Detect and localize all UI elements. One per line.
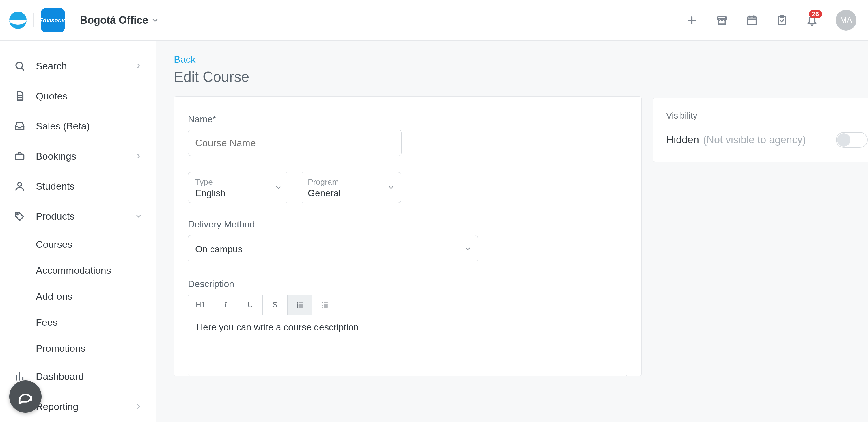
topbar-left: Edvisor.io Bogotá Office	[9, 8, 159, 32]
inbox-icon	[13, 120, 26, 132]
calendar-icon[interactable]	[746, 14, 758, 27]
sidebar-sub-label: Accommodations	[36, 265, 111, 276]
chevron-down-icon	[275, 184, 282, 191]
app-logo[interactable]	[9, 11, 27, 29]
svg-line-9	[22, 68, 24, 70]
delivery-label: Delivery Method	[188, 219, 627, 230]
svg-rect-2	[748, 17, 756, 25]
briefcase-icon	[13, 150, 26, 163]
bell-icon[interactable]: 26	[806, 14, 818, 27]
editor-strike-button[interactable]: S	[263, 295, 288, 315]
editor-italic-button[interactable]: I	[213, 295, 238, 315]
sidebar-sub-promotions[interactable]: Promotions	[0, 335, 156, 361]
bullet-list-icon	[296, 301, 304, 309]
description-editor: H1 I U S 123 Here you can write a course	[188, 294, 627, 376]
sidebar-sub-label: Add-ons	[36, 291, 72, 302]
sidebar-sub-courses[interactable]: Courses	[0, 231, 156, 257]
type-select[interactable]: Type English	[188, 172, 288, 203]
sidebar-sub-label: Courses	[36, 239, 72, 250]
sidebar-item-label: Bookings	[36, 150, 76, 162]
sidebar-item-label: Reporting	[36, 401, 78, 412]
svg-rect-12	[16, 154, 24, 160]
course-name-input[interactable]	[188, 130, 402, 156]
program-select-label: Program	[308, 177, 394, 187]
sidebar-sub-label: Promotions	[36, 343, 86, 354]
sidebar-item-search[interactable]: Search	[0, 51, 156, 81]
chevron-right-icon	[135, 62, 142, 70]
svg-point-18	[297, 302, 298, 303]
visibility-row: Hidden (Not visible to agency)	[666, 132, 868, 148]
editor-underline-button[interactable]: U	[238, 295, 263, 315]
program-select[interactable]: Program General	[301, 172, 401, 203]
chevron-right-icon	[135, 152, 142, 160]
topbar-right: 26 MA	[685, 10, 857, 31]
tag-icon	[13, 210, 26, 223]
chat-icon	[18, 389, 33, 404]
delivery-select-value: On campus	[195, 244, 471, 255]
svg-text:3: 3	[322, 306, 323, 308]
page-title: Edit Course	[174, 68, 642, 85]
divider	[33, 13, 34, 27]
chevron-down-icon	[388, 184, 395, 191]
person-icon	[13, 180, 26, 193]
form-card: Name* Type English Program General	[174, 96, 642, 376]
svg-text:1: 1	[322, 302, 323, 304]
brand-text: Edvisor.io	[39, 17, 67, 24]
chat-bubble[interactable]	[9, 381, 41, 413]
editor-numbered-button[interactable]: 123	[312, 295, 337, 315]
notification-badge: 26	[809, 10, 822, 19]
topbar: Edvisor.io Bogotá Office 26 MA	[0, 0, 868, 41]
svg-point-14	[17, 214, 19, 215]
description-textarea[interactable]: Here you can write a course description.	[188, 315, 627, 376]
sidebar-item-label: Search	[36, 60, 67, 72]
visibility-toggle[interactable]	[836, 132, 868, 148]
svg-point-19	[297, 304, 298, 305]
office-switcher[interactable]: Bogotá Office	[80, 14, 159, 26]
sidebar-item-products[interactable]: Products	[0, 201, 156, 231]
chevron-down-icon	[135, 213, 142, 220]
description-label: Description	[188, 279, 627, 289]
editor-bullet-button[interactable]	[288, 295, 312, 315]
chevron-right-icon	[135, 403, 142, 410]
sidebar-sub-accommodations[interactable]: Accommodations	[0, 257, 156, 283]
numbered-list-icon: 123	[321, 301, 329, 309]
clipboard-icon[interactable]	[776, 14, 788, 27]
visibility-hint: (Not visible to agency)	[703, 134, 806, 146]
editor-h1-button[interactable]: H1	[188, 295, 213, 315]
back-link[interactable]: Back	[174, 54, 642, 65]
program-select-value: General	[308, 188, 394, 199]
editor-toolbar: H1 I U S 123	[188, 295, 627, 315]
search-icon	[13, 60, 26, 72]
sidebar-sub-fees[interactable]: Fees	[0, 309, 156, 335]
main-column: Back Edit Course Name* Type English Prog…	[174, 54, 642, 409]
type-select-value: English	[195, 188, 281, 199]
main: Back Edit Course Name* Type English Prog…	[156, 41, 868, 422]
avatar[interactable]: MA	[836, 10, 857, 31]
document-icon	[13, 90, 26, 102]
sidebar-item-sales[interactable]: Sales (Beta)	[0, 111, 156, 141]
store-icon[interactable]	[716, 14, 728, 27]
avatar-initials: MA	[840, 16, 852, 25]
visibility-title: Visibility	[666, 111, 868, 120]
side-column: Visibility Hidden (Not visible to agency…	[653, 54, 868, 409]
sidebar-item-label: Dashboard	[36, 371, 84, 382]
sidebar-sub-addons[interactable]: Add-ons	[0, 283, 156, 309]
visibility-card: Visibility Hidden (Not visible to agency…	[653, 98, 868, 162]
toggle-knob	[837, 133, 850, 146]
sidebar: Search Quotes Sales (Beta) Bookings Stud…	[0, 41, 156, 422]
sidebar-item-label: Products	[36, 211, 74, 222]
sidebar-item-label: Sales (Beta)	[36, 120, 90, 132]
office-name: Bogotá Office	[80, 14, 148, 26]
sidebar-item-label: Students	[36, 181, 74, 192]
sidebar-item-bookings[interactable]: Bookings	[0, 141, 156, 171]
sidebar-item-quotes[interactable]: Quotes	[0, 81, 156, 111]
sidebar-item-students[interactable]: Students	[0, 171, 156, 201]
brand-logo[interactable]: Edvisor.io	[41, 8, 65, 32]
visibility-label: Hidden	[666, 134, 699, 146]
delivery-select[interactable]: On campus	[188, 235, 478, 262]
svg-text:2: 2	[322, 304, 323, 306]
svg-point-13	[18, 182, 22, 186]
sidebar-item-label: Quotes	[36, 90, 68, 102]
chevron-down-icon	[151, 16, 159, 24]
add-icon[interactable]	[685, 14, 698, 27]
